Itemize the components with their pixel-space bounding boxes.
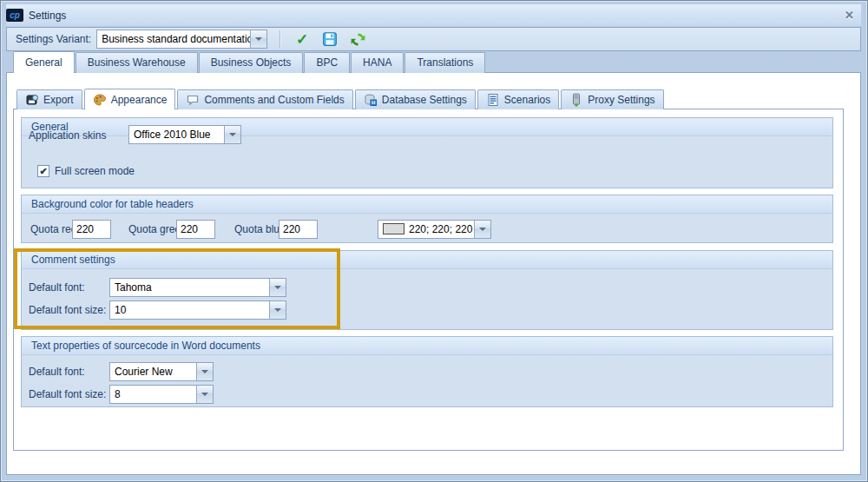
apply-button[interactable]: ✓	[291, 29, 313, 50]
application-skins-value: Office 2010 Blue	[129, 126, 224, 143]
tab-business-objects[interactable]: Business Objects	[199, 52, 304, 73]
appearance-icon	[93, 93, 107, 107]
toolbar: Settings Variant: Business standard docu…	[6, 27, 861, 51]
tab-scenarios[interactable]: Scenarios	[477, 89, 559, 109]
tab-database-label: Database Settings	[382, 94, 467, 106]
toolbar-separator	[279, 30, 280, 48]
sourcecode-font-value: Courier New	[110, 363, 196, 380]
refresh-button[interactable]	[346, 29, 369, 50]
sourcecode-font-combobox[interactable]: Courier New	[109, 362, 214, 381]
fullscreen-label: Full screen mode	[55, 165, 135, 177]
tab-bpc[interactable]: BPC	[304, 52, 350, 73]
comment-font-value: Tahoma	[110, 279, 269, 296]
comment-font-combobox[interactable]: Tahoma	[109, 278, 286, 297]
appearance-panel: General Application skins Office 2010 Bl…	[13, 109, 844, 451]
tab-business-warehouse[interactable]: Business Warehouse	[76, 52, 198, 73]
tab-appearance-label: Appearance	[111, 94, 168, 106]
chevron-down-icon[interactable]	[224, 126, 240, 143]
comment-font-size-label: Default font size:	[29, 304, 106, 316]
settings-dialog: cp Settings ✕ Settings Variant: Business…	[0, 0, 868, 482]
chevron-down-icon[interactable]	[474, 221, 490, 238]
quota-blue-field[interactable]	[279, 220, 318, 239]
group-comment-title: Comment settings	[22, 251, 832, 269]
quota-red-field[interactable]	[72, 220, 111, 239]
tab-proxy-settings[interactable]: Proxy Settings	[561, 89, 663, 109]
sourcecode-font-size-combobox[interactable]: 8	[109, 385, 214, 404]
settings-variant-label: Settings Variant:	[16, 33, 91, 45]
color-value: 220; 220; 220	[404, 221, 474, 238]
refresh-icon	[351, 32, 365, 47]
window-title: Settings	[29, 10, 66, 22]
tab-hana[interactable]: HANA	[351, 52, 404, 73]
close-icon[interactable]: ✕	[845, 9, 854, 22]
scenarios-icon	[486, 93, 500, 107]
comment-font-size-combobox[interactable]: 10	[109, 300, 286, 320]
tab-proxy-label: Proxy Settings	[588, 94, 654, 106]
chevron-down-icon[interactable]	[196, 363, 213, 380]
svg-text:H: H	[372, 100, 375, 105]
tab-comments-label: Comments and Custom Fields	[204, 94, 344, 106]
chevron-down-icon[interactable]	[250, 30, 266, 48]
sourcecode-font-size-label: Default font size:	[29, 388, 106, 400]
color-swatch	[383, 223, 404, 234]
main-tab-bar: General Business Warehouse Business Obje…	[13, 51, 486, 73]
tab-export-label: Export	[43, 94, 74, 106]
group-background-title: Background color for table headers	[22, 195, 832, 214]
tab-database-settings[interactable]: H Database Settings	[355, 89, 476, 109]
proxy-icon	[569, 93, 583, 107]
quota-green-field[interactable]	[176, 220, 215, 239]
application-skins-label: Application skins	[29, 129, 106, 142]
sourcecode-font-label: Default font:	[29, 366, 85, 378]
title-bar: cp Settings ✕	[6, 4, 861, 26]
tab-comments-custom-fields[interactable]: Comments and Custom Fields	[177, 89, 352, 109]
tab-export[interactable]: Export	[16, 89, 82, 109]
group-sourcecode: Text properties of sourcecode in Word do…	[21, 336, 833, 407]
settings-variant-value: Business standard documentation	[97, 30, 250, 48]
database-icon: H	[364, 93, 378, 107]
quota-red-label: Quota red	[30, 223, 76, 235]
chevron-down-icon[interactable]	[196, 386, 213, 403]
comment-font-label: Default font:	[29, 281, 85, 294]
sub-tab-bar: Export Appearance Comments and Custom Fi…	[16, 89, 666, 109]
group-general: General Application skins Office 2010 Bl…	[21, 117, 833, 188]
application-skins-combobox[interactable]: Office 2010 Blue	[128, 125, 241, 144]
fullscreen-checkbox-row[interactable]: ✔ Full screen mode	[37, 165, 135, 177]
comment-font-size-value: 10	[110, 301, 269, 319]
tab-translations[interactable]: Translations	[404, 52, 485, 73]
settings-variant-combobox[interactable]: Business standard documentation	[96, 30, 267, 49]
color-combobox[interactable]: 220; 220; 220	[378, 220, 491, 239]
export-icon	[25, 93, 39, 107]
save-icon	[322, 31, 338, 47]
quota-blue-label: Quota blue	[234, 223, 286, 235]
checkmark-icon: ✓	[296, 30, 308, 49]
chevron-down-icon[interactable]	[269, 301, 286, 319]
group-comment-settings: Comment settings Default font: Tahoma De…	[21, 250, 833, 330]
app-logo-icon: cp	[6, 9, 23, 22]
tab-appearance[interactable]: Appearance	[84, 89, 176, 109]
sourcecode-font-size-value: 8	[110, 386, 196, 403]
comments-icon	[186, 93, 200, 107]
tab-scenarios-label: Scenarios	[504, 94, 550, 106]
save-button[interactable]	[319, 29, 341, 50]
checkbox-checked-icon[interactable]: ✔	[37, 165, 49, 177]
group-background-color: Background color for table headers Quota…	[21, 195, 833, 243]
chevron-down-icon[interactable]	[269, 279, 286, 296]
group-sourcecode-title: Text properties of sourcecode in Word do…	[22, 337, 832, 355]
tab-general[interactable]: General	[13, 51, 75, 73]
